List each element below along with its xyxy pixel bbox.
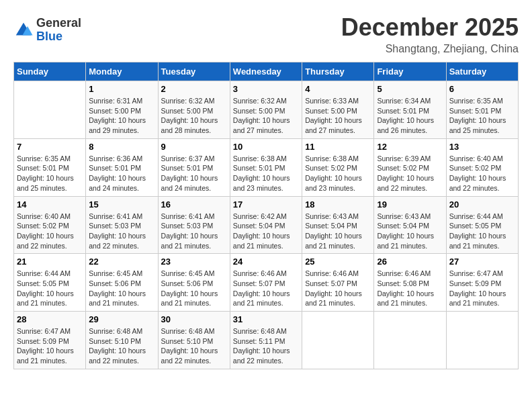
day-info: Sunrise: 6:31 AM Sunset: 5:00 PM Dayligh…: [89, 96, 154, 136]
calendar-cell: [302, 312, 374, 369]
day-number: 2: [161, 84, 227, 94]
calendar-cell: 11Sunrise: 6:38 AM Sunset: 5:02 PM Dayli…: [302, 138, 374, 196]
day-info: Sunrise: 6:46 AM Sunset: 5:07 PM Dayligh…: [233, 269, 299, 308]
day-info: Sunrise: 6:47 AM Sunset: 5:09 PM Dayligh…: [449, 269, 515, 308]
day-number: 27: [449, 257, 515, 267]
day-number: 23: [161, 257, 227, 267]
day-number: 5: [377, 84, 443, 94]
calendar-cell: 24Sunrise: 6:46 AM Sunset: 5:07 PM Dayli…: [230, 254, 302, 312]
day-number: 7: [17, 142, 83, 152]
day-info: Sunrise: 6:43 AM Sunset: 5:04 PM Dayligh…: [377, 212, 443, 251]
day-number: 17: [233, 199, 299, 210]
day-info: Sunrise: 6:48 AM Sunset: 5:10 PM Dayligh…: [161, 326, 227, 366]
day-info: Sunrise: 6:33 AM Sunset: 5:00 PM Dayligh…: [305, 96, 371, 136]
day-info: Sunrise: 6:41 AM Sunset: 5:03 PM Dayligh…: [161, 212, 227, 251]
calendar-cell: 14Sunrise: 6:40 AM Sunset: 5:02 PM Dayli…: [14, 196, 86, 254]
day-info: Sunrise: 6:32 AM Sunset: 5:00 PM Dayligh…: [161, 96, 227, 136]
calendar-cell: 8Sunrise: 6:36 AM Sunset: 5:01 PM Daylig…: [86, 138, 158, 196]
calendar-cell: 28Sunrise: 6:47 AM Sunset: 5:09 PM Dayli…: [14, 312, 86, 369]
day-info: Sunrise: 6:44 AM Sunset: 5:05 PM Dayligh…: [449, 212, 515, 251]
day-info: Sunrise: 6:47 AM Sunset: 5:09 PM Dayligh…: [17, 326, 83, 366]
calendar-body: 1Sunrise: 6:31 AM Sunset: 5:00 PM Daylig…: [14, 81, 519, 369]
calendar-cell: 18Sunrise: 6:43 AM Sunset: 5:04 PM Dayli…: [302, 196, 374, 254]
calendar-cell: 30Sunrise: 6:48 AM Sunset: 5:10 PM Dayli…: [158, 312, 230, 369]
logo-text: General Blue: [36, 17, 81, 44]
day-number: 20: [449, 199, 515, 210]
calendar-week-row: 7Sunrise: 6:35 AM Sunset: 5:01 PM Daylig…: [14, 138, 519, 196]
day-number: 21: [17, 257, 83, 267]
day-info: Sunrise: 6:42 AM Sunset: 5:04 PM Dayligh…: [233, 212, 299, 251]
day-number: 30: [161, 314, 227, 324]
calendar-cell: 16Sunrise: 6:41 AM Sunset: 5:03 PM Dayli…: [158, 196, 230, 254]
calendar-table: SundayMondayTuesdayWednesdayThursdayFrid…: [13, 62, 519, 369]
logo-icon: [13, 20, 34, 40]
day-number: 18: [305, 199, 371, 210]
calendar-week-row: 14Sunrise: 6:40 AM Sunset: 5:02 PM Dayli…: [14, 196, 519, 254]
day-info: Sunrise: 6:41 AM Sunset: 5:03 PM Dayligh…: [89, 212, 154, 251]
day-info: Sunrise: 6:35 AM Sunset: 5:01 PM Dayligh…: [17, 154, 83, 193]
day-info: Sunrise: 6:35 AM Sunset: 5:01 PM Dayligh…: [449, 96, 515, 136]
day-info: Sunrise: 6:43 AM Sunset: 5:04 PM Dayligh…: [305, 212, 371, 251]
day-info: Sunrise: 6:37 AM Sunset: 5:01 PM Dayligh…: [161, 154, 227, 193]
calendar-cell: 29Sunrise: 6:48 AM Sunset: 5:10 PM Dayli…: [86, 312, 158, 369]
calendar-cell: 27Sunrise: 6:47 AM Sunset: 5:09 PM Dayli…: [446, 254, 518, 312]
location-subtitle: Shangtang, Zhejiang, China: [341, 43, 519, 55]
calendar-cell: 2Sunrise: 6:32 AM Sunset: 5:00 PM Daylig…: [158, 81, 230, 139]
weekday-header-cell: Tuesday: [158, 62, 230, 81]
weekday-header-cell: Thursday: [302, 62, 374, 81]
calendar-week-row: 28Sunrise: 6:47 AM Sunset: 5:09 PM Dayli…: [14, 312, 519, 369]
day-number: 9: [161, 142, 227, 152]
calendar-cell: 25Sunrise: 6:46 AM Sunset: 5:07 PM Dayli…: [302, 254, 374, 312]
calendar-cell: 31Sunrise: 6:48 AM Sunset: 5:11 PM Dayli…: [230, 312, 302, 369]
day-number: 6: [449, 84, 515, 94]
weekday-header-cell: Friday: [374, 62, 446, 81]
day-info: Sunrise: 6:38 AM Sunset: 5:02 PM Dayligh…: [305, 154, 371, 193]
weekday-header-cell: Monday: [86, 62, 158, 81]
calendar-cell: [374, 312, 446, 369]
calendar-week-row: 21Sunrise: 6:44 AM Sunset: 5:05 PM Dayli…: [14, 254, 519, 312]
day-number: 12: [377, 142, 443, 152]
day-number: 25: [305, 257, 371, 267]
day-info: Sunrise: 6:46 AM Sunset: 5:07 PM Dayligh…: [305, 269, 371, 308]
day-number: 3: [233, 84, 299, 94]
calendar-cell: 13Sunrise: 6:40 AM Sunset: 5:02 PM Dayli…: [446, 138, 518, 196]
day-info: Sunrise: 6:45 AM Sunset: 5:06 PM Dayligh…: [89, 269, 154, 308]
title-block: December 2025 Shangtang, Zhejiang, China: [341, 13, 519, 55]
day-number: 1: [89, 84, 154, 94]
calendar-cell: 4Sunrise: 6:33 AM Sunset: 5:00 PM Daylig…: [302, 81, 374, 139]
day-info: Sunrise: 6:45 AM Sunset: 5:06 PM Dayligh…: [161, 269, 227, 308]
day-info: Sunrise: 6:36 AM Sunset: 5:01 PM Dayligh…: [89, 154, 154, 193]
weekday-header-cell: Wednesday: [230, 62, 302, 81]
day-info: Sunrise: 6:48 AM Sunset: 5:11 PM Dayligh…: [233, 326, 299, 366]
calendar-cell: 5Sunrise: 6:34 AM Sunset: 5:01 PM Daylig…: [374, 81, 446, 139]
day-number: 24: [233, 257, 299, 267]
calendar-week-row: 1Sunrise: 6:31 AM Sunset: 5:00 PM Daylig…: [14, 81, 519, 139]
day-number: 15: [89, 199, 154, 210]
calendar-cell: 1Sunrise: 6:31 AM Sunset: 5:00 PM Daylig…: [86, 81, 158, 139]
day-number: 14: [17, 199, 83, 210]
day-number: 8: [89, 142, 154, 152]
calendar-cell: 21Sunrise: 6:44 AM Sunset: 5:05 PM Dayli…: [14, 254, 86, 312]
calendar-cell: [446, 312, 518, 369]
calendar-cell: 19Sunrise: 6:43 AM Sunset: 5:04 PM Dayli…: [374, 196, 446, 254]
day-info: Sunrise: 6:32 AM Sunset: 5:00 PM Dayligh…: [233, 96, 299, 136]
day-number: 19: [377, 199, 443, 210]
day-number: 22: [89, 257, 154, 267]
calendar-cell: 15Sunrise: 6:41 AM Sunset: 5:03 PM Dayli…: [86, 196, 158, 254]
calendar-cell: 20Sunrise: 6:44 AM Sunset: 5:05 PM Dayli…: [446, 196, 518, 254]
calendar-cell: 10Sunrise: 6:38 AM Sunset: 5:01 PM Dayli…: [230, 138, 302, 196]
day-number: 31: [233, 314, 299, 324]
calendar-cell: 9Sunrise: 6:37 AM Sunset: 5:01 PM Daylig…: [158, 138, 230, 196]
calendar-cell: 17Sunrise: 6:42 AM Sunset: 5:04 PM Dayli…: [230, 196, 302, 254]
day-number: 29: [89, 314, 154, 324]
day-info: Sunrise: 6:38 AM Sunset: 5:01 PM Dayligh…: [233, 154, 299, 193]
weekday-header-cell: Saturday: [446, 62, 518, 81]
day-info: Sunrise: 6:40 AM Sunset: 5:02 PM Dayligh…: [449, 154, 515, 193]
logo: General Blue: [13, 17, 81, 44]
calendar-cell: 22Sunrise: 6:45 AM Sunset: 5:06 PM Dayli…: [86, 254, 158, 312]
day-number: 10: [233, 142, 299, 152]
day-number: 11: [305, 142, 371, 152]
day-info: Sunrise: 6:40 AM Sunset: 5:02 PM Dayligh…: [17, 212, 83, 251]
day-info: Sunrise: 6:39 AM Sunset: 5:02 PM Dayligh…: [377, 154, 443, 193]
calendar-cell: 6Sunrise: 6:35 AM Sunset: 5:01 PM Daylig…: [446, 81, 518, 139]
